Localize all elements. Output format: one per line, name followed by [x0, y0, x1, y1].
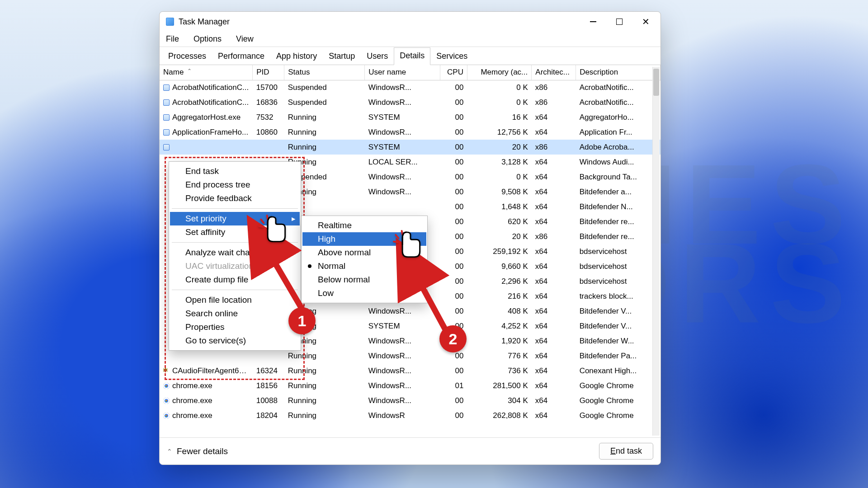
svg-line-2: [261, 220, 264, 223]
col-architec-[interactable]: Architec...: [532, 65, 576, 80]
table-row[interactable]: AcrobatNotificationC...15700SuspendedWin…: [160, 80, 660, 95]
menu-bar: File Options View: [160, 32, 660, 47]
scrollbar-thumb[interactable]: [653, 69, 659, 96]
tab-startup[interactable]: Startup: [323, 48, 361, 65]
svg-line-3: [259, 226, 263, 227]
chevron-up-icon: ⌃: [167, 448, 172, 455]
title-bar[interactable]: Task Manager ✕: [160, 12, 660, 32]
tab-services[interactable]: Services: [430, 48, 473, 65]
tab-performance[interactable]: Performance: [212, 48, 270, 65]
ctx-end-process-tree[interactable]: End process tree: [170, 178, 300, 192]
menu-view[interactable]: View: [234, 33, 255, 45]
table-row[interactable]: ApplicationFrameHo...10860RunningWindows…: [160, 125, 660, 140]
ctx-end-task[interactable]: End task: [170, 164, 300, 178]
table-row[interactable]: chrome.exe10088RunningWindowsR...00304 K…: [160, 393, 660, 408]
annotation-cursor-1: [256, 213, 290, 246]
col-pid[interactable]: PID: [253, 65, 284, 80]
col-name[interactable]: Name: [160, 65, 253, 80]
fewer-details-toggle[interactable]: ⌃ Fewer details: [167, 446, 228, 456]
window-title: Task Manager: [179, 17, 230, 27]
ctx-go-to-service-s-[interactable]: Go to service(s): [170, 334, 300, 347]
col-cpu[interactable]: CPU: [440, 65, 467, 80]
table-row[interactable]: chrome.exe18204RunningWindowsR00262,808 …: [160, 408, 660, 423]
tab-users[interactable]: Users: [361, 48, 394, 65]
table-row[interactable]: chrome.exe18156RunningWindowsR...01281,5…: [160, 378, 660, 393]
svg-line-5: [396, 235, 398, 238]
svg-line-6: [394, 242, 398, 242]
app-icon: [166, 18, 174, 26]
svg-line-0: [259, 235, 305, 314]
table-row[interactable]: RunningSYSTEM0020 Kx86Adobe Acroba...: [160, 140, 660, 155]
col-user-name[interactable]: User name: [365, 65, 440, 80]
menu-options[interactable]: Options: [192, 33, 223, 45]
svg-line-1: [407, 258, 449, 337]
tab-app-history[interactable]: App history: [270, 48, 323, 65]
column-headers: NamePIDStatusUser nameCPUMemory (ac...Ar…: [160, 65, 660, 80]
table-row[interactable]: AcrobatNotificationC...16836SuspendedWin…: [160, 95, 660, 110]
ctx-provide-feedback[interactable]: Provide feedback: [170, 192, 300, 205]
annotation-cursor-2: [391, 228, 425, 262]
end-task-button[interactable]: End task: [599, 443, 653, 460]
col-memory-ac-[interactable]: Memory (ac...: [467, 65, 531, 80]
tab-bar: ProcessesPerformanceApp historyStartupUs…: [160, 47, 660, 65]
close-button[interactable]: ✕: [632, 12, 659, 32]
maximize-button[interactable]: [606, 12, 632, 32]
col-description[interactable]: Description: [576, 65, 660, 80]
annotation-badge-2: 2: [439, 325, 467, 352]
col-status[interactable]: Status: [284, 65, 365, 80]
footer: ⌃ Fewer details End task: [160, 437, 660, 465]
svg-line-4: [267, 216, 268, 220]
annotation-badge-1: 1: [288, 307, 316, 334]
table-row[interactable]: AggregatorHost.exe7532RunningSYSTEM0016 …: [160, 110, 660, 125]
tab-processes[interactable]: Processes: [162, 48, 212, 65]
ctx-properties[interactable]: Properties: [170, 320, 300, 334]
svg-line-7: [402, 231, 402, 235]
menu-file[interactable]: File: [164, 33, 181, 45]
vertical-scrollbar[interactable]: [652, 67, 660, 436]
tab-details[interactable]: Details: [394, 47, 430, 65]
minimize-button[interactable]: [580, 12, 606, 32]
